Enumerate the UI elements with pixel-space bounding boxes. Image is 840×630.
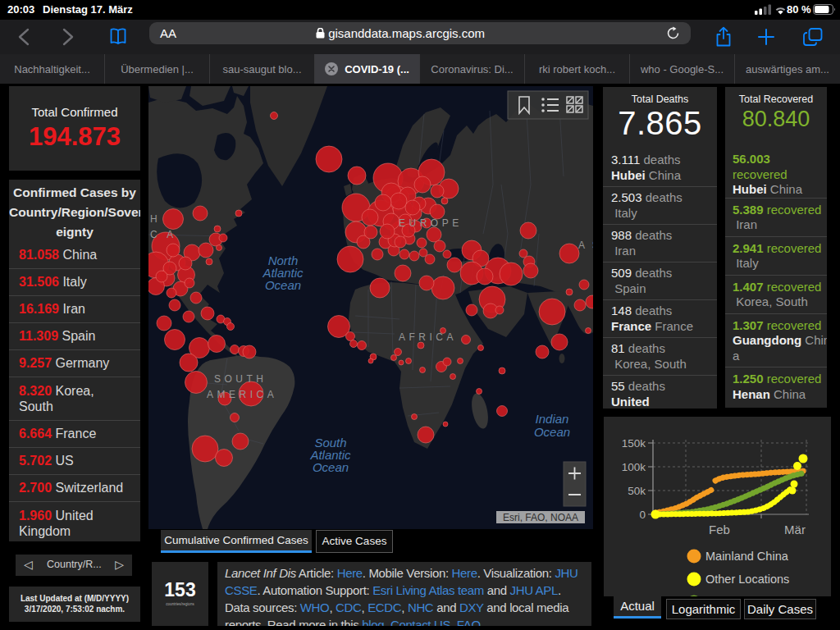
svg-text:Indian: Indian (536, 412, 569, 426)
svg-text:H: H (150, 213, 161, 225)
svg-text:C A: C A (150, 229, 177, 240)
svg-text:AFRICA: AFRICA (399, 331, 457, 343)
svg-text:Ocean: Ocean (265, 278, 301, 292)
svg-text:Mär: Mär (784, 523, 806, 536)
svg-text:150k: 150k (622, 437, 646, 450)
svg-text:SOUTH: SOUTH (214, 373, 267, 385)
svg-text:Ocean: Ocean (534, 425, 570, 439)
svg-text:Feb: Feb (709, 523, 730, 536)
svg-text:100k: 100k (622, 461, 646, 473)
svg-text:Ocean: Ocean (313, 460, 349, 474)
svg-text:A S I A: A S I A (578, 240, 593, 251)
svg-text:Other Locations: Other Locations (705, 573, 789, 586)
svg-text:50k: 50k (628, 485, 646, 497)
svg-text:0: 0 (639, 509, 646, 521)
svg-text:Mainland China: Mainland China (705, 550, 789, 563)
svg-text:Esri, FAO, NOAA: Esri, FAO, NOAA (503, 512, 578, 523)
svg-text:EUROPE: EUROPE (399, 217, 463, 229)
svg-text:AMERICA: AMERICA (207, 389, 277, 400)
